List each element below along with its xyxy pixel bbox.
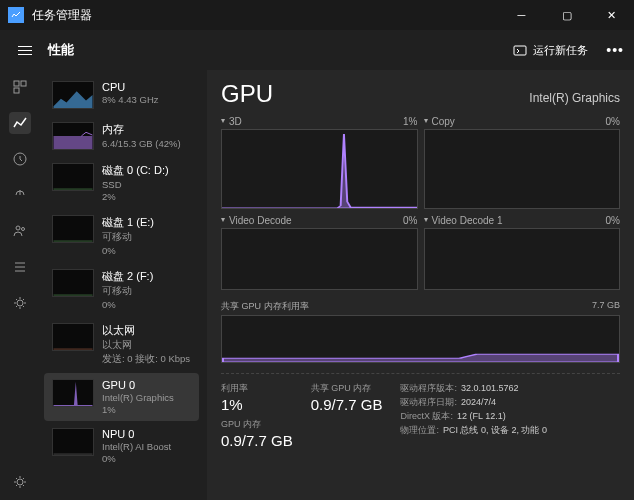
chart-area	[221, 129, 418, 209]
sidebar-item-npu-0[interactable]: NPU 0Intel(R) AI Boost0%	[44, 422, 199, 470]
shared-mem-label: 共享 GPU 内存利用率	[221, 300, 309, 313]
sidebar-item--1-e-[interactable]: 磁盘 1 (E:)可移动0%	[44, 209, 199, 262]
sidebar-item--[interactable]: 以太网以太网发送: 0 接收: 0 Kbps	[44, 317, 199, 372]
menu-button[interactable]	[10, 35, 40, 65]
app-icon	[8, 7, 24, 23]
sidebar-item-gpu-0[interactable]: GPU 0Intel(R) Graphics1%	[44, 373, 199, 421]
chart-copy: ▾Copy0%	[424, 116, 621, 209]
more-button[interactable]: •••	[606, 42, 624, 58]
nav-history[interactable]	[9, 148, 31, 170]
svg-point-9	[17, 479, 23, 485]
thumbnail	[52, 269, 94, 297]
resource-list[interactable]: CPU8% 4.43 GHz内存6.4/15.3 GB (42%)磁盘 0 (C…	[40, 70, 207, 500]
nav-rail	[0, 70, 40, 500]
sidebar-item--[interactable]: 内存6.4/15.3 GB (42%)	[44, 116, 199, 156]
chevron-down-icon[interactable]: ▾	[424, 215, 428, 226]
maximize-button[interactable]: ▢	[544, 0, 589, 30]
close-button[interactable]: ✕	[589, 0, 634, 30]
settings-button[interactable]	[12, 474, 28, 492]
titlebar: 任务管理器 ─ ▢ ✕	[0, 0, 634, 30]
nav-startup[interactable]	[9, 184, 31, 206]
nav-users[interactable]	[9, 220, 31, 242]
nav-processes[interactable]	[9, 76, 31, 98]
chart-video-decode: ▾Video Decode0%	[221, 215, 418, 290]
svg-rect-1	[514, 46, 526, 55]
detail-panel: GPU Intel(R) Graphics ▾3D1%▾Copy0%▾Video…	[207, 70, 634, 500]
thumbnail	[52, 323, 94, 351]
chart-video-decode-1: ▾Video Decode 10%	[424, 215, 621, 290]
sidebar-item--2-f-[interactable]: 磁盘 2 (F:)可移动0%	[44, 263, 199, 316]
subheader: 性能 运行新任务 •••	[0, 30, 634, 70]
detail-title: GPU	[221, 80, 273, 108]
shared-mem-value: 0.9/7.7 GB	[311, 396, 383, 413]
thumbnail	[52, 81, 94, 109]
thumbnail	[52, 428, 94, 456]
chevron-down-icon[interactable]: ▾	[221, 116, 225, 127]
run-icon	[513, 43, 527, 57]
nav-services[interactable]	[9, 292, 31, 314]
chart-area	[424, 228, 621, 290]
chevron-down-icon[interactable]: ▾	[424, 116, 428, 127]
minimize-button[interactable]: ─	[499, 0, 544, 30]
shared-mem-max: 7.7 GB	[592, 300, 620, 313]
thumbnail	[52, 122, 94, 150]
nav-performance[interactable]	[9, 112, 31, 134]
driver-info: 驱动程序版本:32.0.101.5762 驱动程序日期:2024/7/4 Dir…	[400, 382, 547, 449]
chevron-down-icon[interactable]: ▾	[221, 215, 225, 226]
new-task-button[interactable]: 运行新任务	[505, 39, 596, 62]
svg-rect-0	[11, 10, 21, 20]
sidebar-item--0-c-d-[interactable]: 磁盘 0 (C: D:)SSD2%	[44, 157, 199, 208]
svg-point-8	[17, 300, 23, 306]
chart-3d: ▾3D1%	[221, 116, 418, 209]
chart-area	[424, 129, 621, 209]
gpu-mem-value: 0.9/7.7 GB	[221, 432, 293, 449]
sidebar-item-cpu[interactable]: CPU8% 4.43 GHz	[44, 75, 199, 115]
svg-rect-2	[14, 81, 19, 86]
svg-rect-4	[14, 88, 19, 93]
gpu-model: Intel(R) Graphics	[529, 91, 620, 105]
nav-details[interactable]	[9, 256, 31, 278]
thumbnail	[52, 379, 94, 407]
thumbnail	[52, 163, 94, 191]
shared-mem-chart	[221, 315, 620, 363]
svg-point-6	[16, 226, 20, 230]
tab-title: 性能	[48, 41, 74, 59]
svg-point-7	[22, 228, 25, 231]
stats-row: 利用率 1% GPU 内存 0.9/7.7 GB 共享 GPU 内存 0.9/7…	[221, 373, 620, 449]
chart-area	[221, 228, 418, 290]
app-title: 任务管理器	[32, 7, 92, 24]
utilization-value: 1%	[221, 396, 293, 413]
thumbnail	[52, 215, 94, 243]
svg-rect-3	[21, 81, 26, 86]
